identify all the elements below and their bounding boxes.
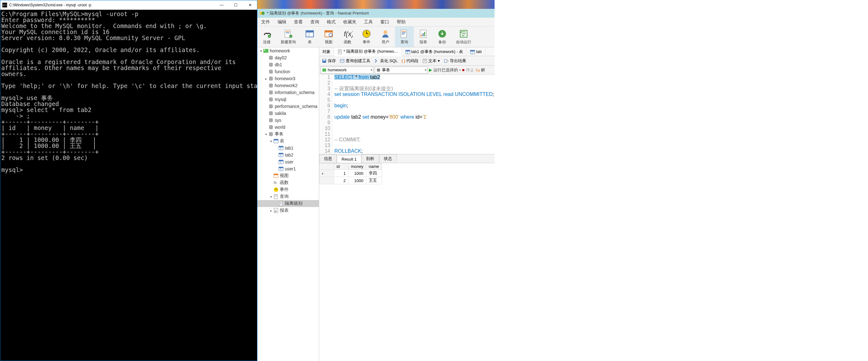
db-icon [268, 62, 274, 67]
toolbar-report-button[interactable]: 报表 [414, 27, 433, 47]
toolbar-connect-button[interactable]: +连接 [257, 27, 276, 47]
toolbar-autorun-button[interactable]: 自动运行 [452, 27, 476, 47]
result-tab-Result 1[interactable]: Result 1 [337, 155, 362, 163]
menu-格式[interactable]: 格式 [323, 19, 339, 25]
menu-窗口[interactable]: 窗口 [377, 19, 393, 25]
tree-item-表[interactable]: ▾表 [257, 138, 319, 145]
code-snippet-button[interactable]: ( )代码段 [400, 58, 420, 64]
navicat-sidebar[interactable]: ▾homeworkday02db1function▸homewor3homewo… [257, 47, 319, 361]
explain-button[interactable]: Eg解 [475, 67, 485, 73]
result-grid[interactable]: idmoneyname▸11000李四21000王五 [319, 163, 495, 361]
tree-item-homewor3[interactable]: ▸homewor3 [257, 75, 319, 82]
db-icon [268, 111, 274, 116]
tree-item-user[interactable]: user [257, 158, 319, 166]
tree-item-user1[interactable]: user1 [257, 166, 319, 172]
tab-tab[interactable]: tab [466, 48, 485, 56]
tree-item-homework2[interactable]: homework2 [257, 82, 319, 89]
table-row[interactable]: 21000王五 [319, 177, 382, 184]
export-result-button[interactable]: 导出结果 [442, 58, 467, 64]
stop-button[interactable]: ■停止 [462, 67, 474, 73]
tree-item-mysql[interactable]: mysql [257, 96, 319, 103]
db-icon [268, 96, 274, 102]
cmd-close-button[interactable]: ✕ [243, 0, 257, 10]
tree-item-information_schema[interactable]: information_schema [257, 89, 319, 96]
menu-查看[interactable]: 查看 [290, 19, 307, 25]
menu-编辑[interactable]: 编辑 [274, 19, 290, 25]
cmd-titlebar: C:\ C:\Windows\System32\cmd.exe - mysql … [0, 0, 257, 10]
run-selected-button[interactable]: ▶运行已选择的▾ [429, 67, 461, 73]
tree-item-db1[interactable]: db1 [257, 61, 319, 68]
beautify-sql-button[interactable]: 美化 SQL [373, 58, 399, 64]
tree-item-查询[interactable]: ▾查询 [257, 193, 319, 200]
db-icon [268, 90, 274, 95]
result-tab-状态[interactable]: 状态 [379, 154, 397, 163]
menu-收藏夹[interactable]: 收藏夹 [339, 19, 360, 25]
db-select[interactable]: homework [320, 67, 373, 73]
menu-工具[interactable]: 工具 [360, 19, 377, 25]
db-icon [268, 55, 274, 61]
toolbar-view-button[interactable]: 视图 [319, 27, 338, 47]
tree-item-sys[interactable]: sys [257, 117, 319, 124]
tree-item-sakila[interactable]: sakila [257, 110, 319, 117]
tab-对象[interactable]: 对象 [319, 48, 334, 56]
result-tab-信息[interactable]: 信息 [319, 154, 337, 163]
tree-item-day02[interactable]: day02 [257, 54, 319, 61]
menu-查询[interactable]: 查询 [307, 19, 323, 25]
svg-rect-53 [279, 160, 283, 161]
svg-rect-45 [274, 139, 278, 141]
db-icon [268, 69, 274, 74]
tree-item-视图[interactable]: 视图 [257, 172, 319, 179]
tree-item-homework[interactable]: ▾homework [257, 47, 319, 54]
sql-editor[interactable]: 1234567891011121314 SELECT * from tab2 -… [319, 74, 495, 154]
tree-item-world[interactable]: world [257, 124, 319, 131]
svg-text:Eg: Eg [476, 68, 480, 72]
query-builder-button[interactable]: 查询创建工具 [338, 58, 372, 64]
tree-item-函数[interactable]: fx函数 [257, 179, 319, 186]
svg-rect-27 [424, 32, 425, 36]
tree-item-报表[interactable]: ▸报表 [257, 207, 319, 214]
svg-rect-82 [470, 50, 475, 52]
tab-tab1 @事务 (homework) - 表[interactable]: tab1 @事务 (homework) - 表 [402, 48, 467, 56]
toolbar-user-button[interactable]: 用户 [376, 27, 395, 47]
svg-rect-59 [274, 174, 278, 175]
rp-icon [273, 208, 279, 213]
svg-rect-92 [322, 68, 326, 72]
tree-item-tab2[interactable]: tab2 [257, 151, 319, 158]
menu-帮助[interactable]: 帮助 [393, 19, 409, 25]
user-icon [380, 29, 391, 39]
svg-rect-56 [279, 167, 283, 168]
toolbar-event-button[interactable]: 事件 [357, 27, 376, 47]
toolbar-new-query-button[interactable]: +新建查询 [276, 27, 300, 47]
navicat-title: * 隔离级别 @事务 (homework) - 查询 - Navicat Pre… [267, 10, 369, 16]
tab-* 隔离级别 @事务 (homewo…[interactable]: * 隔离级别 @事务 (homewo… [334, 47, 402, 56]
ev-icon [273, 187, 279, 192]
toolbar-query-button[interactable]: 查询 [395, 27, 414, 47]
tree-item-performance_schema[interactable]: performance_schema [257, 103, 319, 110]
svg-rect-47 [279, 146, 283, 147]
query-toolbar: 保存 查询创建工具 美化 SQL ( )代码段 文本 ▾ 导出结果 [319, 56, 495, 66]
tree-item-事务[interactable]: ▾事务 [257, 131, 319, 138]
navicat-app-icon [259, 10, 265, 16]
save-button[interactable]: 保存 [320, 58, 337, 64]
cmd-minimize-button[interactable]: — [215, 0, 229, 10]
svg-rect-31 [264, 50, 265, 51]
svg-rect-10 [306, 31, 313, 32]
toolbar-function-button[interactable]: f(x)函数 [338, 27, 357, 47]
toolbar-table-button[interactable]: 表 [300, 27, 319, 47]
tree-item-隔离级别[interactable]: 隔离级别 [257, 200, 319, 207]
tree-item-事件[interactable]: 事件 [257, 186, 319, 193]
view-icon [323, 29, 334, 39]
result-tab-剖析[interactable]: 剖析 [362, 154, 379, 163]
table-row[interactable]: ▸11000李四 [319, 170, 382, 177]
tb-icon [278, 159, 284, 165]
tree-item-function[interactable]: function [257, 68, 319, 75]
text-button[interactable]: 文本 ▾ [421, 58, 441, 64]
toolbar-backup-button[interactable]: 备份 [433, 27, 452, 47]
tb-icon [278, 166, 284, 172]
cmd-content[interactable]: C:\Program Files\MySQL>mysql -uroot -p E… [0, 10, 257, 361]
tree-item-tab1[interactable]: tab1 [257, 145, 319, 151]
schema-select[interactable]: 事务 [375, 67, 428, 73]
menu-文件[interactable]: 文件 [257, 19, 274, 25]
cmd-maximize-button[interactable]: ☐ [229, 0, 243, 10]
tb-icon [278, 152, 284, 158]
